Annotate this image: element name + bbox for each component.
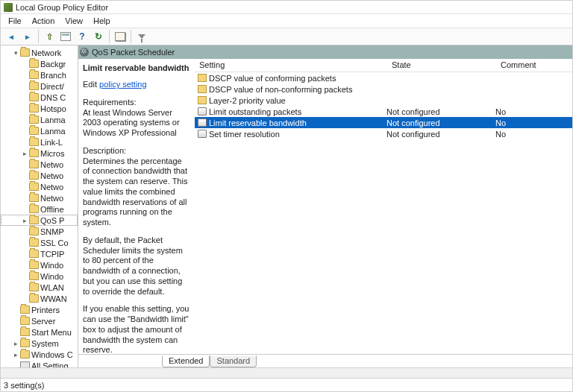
view-tabs: Extended Standard [78,354,572,367]
up-button[interactable] [42,29,57,44]
filter-button[interactable] [134,29,149,44]
tree-item[interactable]: WWAN [1,293,78,304]
tree-twister[interactable]: ▾ [11,49,20,57]
folder-icon [29,160,39,168]
tree-item[interactable]: Netwo [1,181,78,192]
folder-icon [20,328,30,336]
menu-file[interactable]: File [4,16,26,26]
row-comment: No [495,107,572,116]
tree-item[interactable]: WLAN [1,282,78,293]
tree-item[interactable]: Start Menu [1,326,78,338]
tab-extended[interactable]: Extended [162,355,210,367]
description-p2: By default, the Packet Scheduler limits … [83,235,190,297]
tree-item[interactable]: ▸Micros [1,148,78,159]
folder-icon [29,171,39,180]
tree-item[interactable]: Lanma [1,125,78,136]
tree-item[interactable]: Hotspo [1,103,78,114]
folder-icon [29,71,39,79]
settings-rows[interactable]: DSCP value of conforming packetsDSCP val… [195,72,572,354]
folder-icon [29,60,39,68]
requirements: Requirements:At least Windows Server 200… [83,98,190,139]
tree-item-label: Link-L [40,138,63,147]
tree-item[interactable]: Server [1,315,78,326]
tree-item-label: Start Menu [31,328,72,337]
settings-row[interactable]: DSCP value of non-conforming packets [195,83,572,95]
tree-item-label: Network [31,48,61,57]
tree-item[interactable]: SSL Co [1,237,78,248]
tree-item-label: Lanma [40,127,66,136]
settings-row[interactable]: Limit outstanding packetsNot configuredN… [195,106,572,117]
tree-item-label: Branch [40,71,66,80]
tree-item[interactable]: Netwo [1,170,78,181]
folder-icon [29,127,39,135]
edit-link-line: Edit policy setting [83,80,190,90]
settings-row[interactable]: DSCP value of conforming packets [195,72,572,83]
back-button[interactable] [4,29,19,44]
window-title: Local Group Policy Editor [16,3,108,12]
col-state[interactable]: State [387,59,496,72]
tree-item[interactable]: Printers [1,304,78,315]
edit-policy-link[interactable]: policy setting [99,80,147,89]
menu-action[interactable]: Action [28,16,60,26]
folder-icon [20,350,30,358]
settings-row[interactable]: Set timer resolutionNot configuredNo [195,128,572,139]
col-setting[interactable]: Setting [195,59,387,72]
menu-view[interactable]: View [60,16,87,26]
menu-help[interactable]: Help [89,16,115,26]
tree-item[interactable]: SNMP [1,226,78,237]
column-headers[interactable]: Setting State Comment [195,59,572,72]
tree-item-label: Netwo [40,194,63,203]
row-setting: DSCP value of conforming packets [209,74,386,83]
tree-twister[interactable]: ▸ [11,340,20,347]
tree-twister[interactable]: ▸ [20,217,29,224]
tree-twister[interactable]: ▸ [11,351,20,358]
tree-item-label: WWAN [40,294,67,303]
settings-row[interactable]: Layer-2 priority value [195,95,572,106]
col-comment[interactable]: Comment [496,59,572,72]
tree-item[interactable]: Netwo [1,159,78,170]
refresh-button[interactable] [91,29,106,44]
policy-icon [20,361,30,367]
tree-item-label: Micros [40,149,64,158]
tree-item[interactable]: All Setting [1,360,78,367]
forward-button[interactable] [20,29,35,44]
tree-item[interactable]: Branch [1,69,78,80]
horizontal-scrollbar[interactable] [1,367,572,378]
tree-item-label: Offline [40,205,64,214]
folder-icon [29,294,39,303]
tree-item-label: Lanma [40,116,66,124]
tree-item[interactable]: Lanma [1,114,78,125]
status-bar: 3 setting(s) [1,378,572,391]
tab-standard[interactable]: Standard [210,355,257,367]
description-label: Description:Determines the percentage of… [83,146,190,228]
tree-pane[interactable]: ▾NetworkBackgrBranchDirect/DNS CHotspoLa… [1,45,78,367]
help-button[interactable] [75,29,90,44]
tree-item[interactable]: ▸QoS P [1,215,78,226]
show-hide-tree-button[interactable] [58,29,73,44]
tree-item[interactable]: Netwo [1,192,78,203]
properties-button[interactable] [113,29,128,44]
folder-icon [29,149,39,157]
tree-item-label: System [31,339,59,348]
tree-item-label: QoS P [40,216,64,225]
folder-icon [29,82,39,90]
tree-item[interactable]: Offline [1,203,78,215]
tree-item[interactable]: ▾Network [1,47,78,58]
tree-item[interactable]: Link-L [1,136,78,148]
tree-twister[interactable]: ▸ [20,150,29,157]
settings-row[interactable]: Limit reservable bandwidthNot configured… [195,117,572,128]
tree-item[interactable]: TCPIP [1,248,78,259]
folder-icon [29,250,39,258]
tree-item[interactable]: DNS C [1,92,78,103]
tree-item-label: Direct/ [40,82,64,91]
tree-item[interactable]: Windo [1,271,78,282]
folder-icon [29,205,39,213]
folder-icon [29,93,39,101]
tree-item[interactable]: Backgr [1,58,78,69]
tree-item[interactable]: ▸Windows C [1,349,78,360]
tree-item[interactable]: Direct/ [1,80,78,92]
setting-icon [198,118,207,127]
tree-item[interactable]: ▸System [1,338,78,349]
tree-item[interactable]: Windo [1,259,78,271]
settings-list: Setting State Comment DSCP value of conf… [195,59,572,354]
